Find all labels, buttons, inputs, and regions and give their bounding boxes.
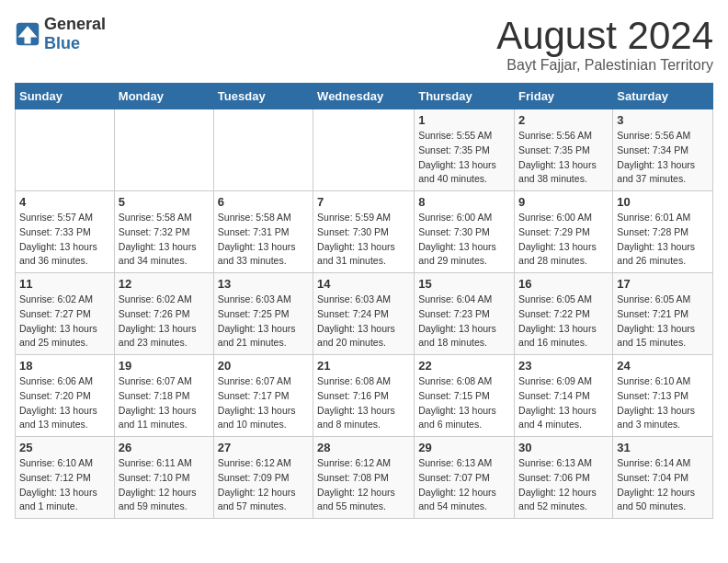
calendar-cell xyxy=(16,109,115,191)
day-info: Sunrise: 6:13 AM Sunset: 7:06 PM Dayligh… xyxy=(518,456,609,514)
column-header-thursday: Thursday xyxy=(415,84,515,109)
calendar-cell: 28Sunrise: 6:12 AM Sunset: 7:08 PM Dayli… xyxy=(313,437,415,519)
day-number: 11 xyxy=(19,277,110,291)
header: General Blue August 2024 Bayt Fajjar, Pa… xyxy=(15,15,713,74)
calendar-cell: 31Sunrise: 6:14 AM Sunset: 7:04 PM Dayli… xyxy=(613,437,713,519)
calendar-cell: 26Sunrise: 6:11 AM Sunset: 7:10 PM Dayli… xyxy=(114,437,213,519)
day-info: Sunrise: 6:06 AM Sunset: 7:20 PM Dayligh… xyxy=(19,374,110,432)
day-info: Sunrise: 6:12 AM Sunset: 7:09 PM Dayligh… xyxy=(218,456,309,514)
day-number: 30 xyxy=(518,441,609,454)
calendar-cell: 24Sunrise: 6:10 AM Sunset: 7:13 PM Dayli… xyxy=(613,355,713,437)
day-info: Sunrise: 6:02 AM Sunset: 7:27 PM Dayligh… xyxy=(19,293,110,350)
day-number: 10 xyxy=(617,195,709,209)
day-number: 18 xyxy=(19,359,110,373)
day-info: Sunrise: 6:01 AM Sunset: 7:28 PM Dayligh… xyxy=(617,211,709,269)
day-info: Sunrise: 6:02 AM Sunset: 7:26 PM Dayligh… xyxy=(119,293,210,350)
day-number: 19 xyxy=(119,359,210,373)
calendar-cell: 11Sunrise: 6:02 AM Sunset: 7:27 PM Dayli… xyxy=(16,273,115,355)
day-info: Sunrise: 6:07 AM Sunset: 7:18 PM Dayligh… xyxy=(119,374,210,432)
calendar-cell: 2Sunrise: 5:56 AM Sunset: 7:35 PM Daylig… xyxy=(515,109,613,191)
title-area: August 2024 Bayt Fajjar, Palestinian Ter… xyxy=(496,15,713,74)
day-number: 25 xyxy=(19,441,110,454)
column-header-friday: Friday xyxy=(515,84,613,109)
day-info: Sunrise: 6:05 AM Sunset: 7:21 PM Dayligh… xyxy=(617,293,709,350)
logo-text: General Blue xyxy=(44,15,106,53)
calendar-header-row: SundayMondayTuesdayWednesdayThursdayFrid… xyxy=(16,84,713,109)
day-number: 12 xyxy=(119,277,210,291)
calendar-cell: 17Sunrise: 6:05 AM Sunset: 7:21 PM Dayli… xyxy=(613,273,713,355)
day-info: Sunrise: 5:55 AM Sunset: 7:35 PM Dayligh… xyxy=(418,129,510,187)
day-number: 17 xyxy=(617,277,709,291)
day-number: 4 xyxy=(19,195,110,209)
column-header-monday: Monday xyxy=(114,84,213,109)
day-number: 14 xyxy=(317,277,410,291)
calendar-cell: 20Sunrise: 6:07 AM Sunset: 7:17 PM Dayli… xyxy=(213,355,313,437)
day-info: Sunrise: 6:10 AM Sunset: 7:12 PM Dayligh… xyxy=(19,456,110,514)
logo-general: General xyxy=(44,15,106,33)
calendar-cell: 18Sunrise: 6:06 AM Sunset: 7:20 PM Dayli… xyxy=(16,355,115,437)
calendar-cell: 23Sunrise: 6:09 AM Sunset: 7:14 PM Dayli… xyxy=(515,355,613,437)
calendar-cell: 19Sunrise: 6:07 AM Sunset: 7:18 PM Dayli… xyxy=(114,355,213,437)
calendar-cell: 6Sunrise: 5:58 AM Sunset: 7:31 PM Daylig… xyxy=(213,191,313,273)
calendar-cell xyxy=(114,109,213,191)
day-number: 24 xyxy=(617,359,709,373)
day-info: Sunrise: 6:12 AM Sunset: 7:08 PM Dayligh… xyxy=(317,456,410,514)
day-number: 3 xyxy=(617,113,709,127)
calendar-week-row: 18Sunrise: 6:06 AM Sunset: 7:20 PM Dayli… xyxy=(16,355,713,437)
column-header-saturday: Saturday xyxy=(613,84,713,109)
day-info: Sunrise: 5:58 AM Sunset: 7:31 PM Dayligh… xyxy=(218,211,309,269)
day-info: Sunrise: 6:09 AM Sunset: 7:14 PM Dayligh… xyxy=(518,374,609,432)
day-info: Sunrise: 6:05 AM Sunset: 7:22 PM Dayligh… xyxy=(518,293,609,350)
calendar-week-row: 11Sunrise: 6:02 AM Sunset: 7:27 PM Dayli… xyxy=(16,273,713,355)
day-info: Sunrise: 5:59 AM Sunset: 7:30 PM Dayligh… xyxy=(317,211,410,269)
calendar-cell: 27Sunrise: 6:12 AM Sunset: 7:09 PM Dayli… xyxy=(213,437,313,519)
subtitle: Bayt Fajjar, Palestinian Territory xyxy=(496,57,713,74)
day-number: 26 xyxy=(119,441,210,454)
day-number: 6 xyxy=(218,195,309,209)
main-title: August 2024 xyxy=(496,15,713,57)
day-number: 28 xyxy=(317,441,410,454)
calendar-cell: 14Sunrise: 6:03 AM Sunset: 7:24 PM Dayli… xyxy=(313,273,415,355)
day-info: Sunrise: 6:13 AM Sunset: 7:07 PM Dayligh… xyxy=(418,456,510,514)
day-info: Sunrise: 5:58 AM Sunset: 7:32 PM Dayligh… xyxy=(119,211,210,269)
day-info: Sunrise: 5:56 AM Sunset: 7:34 PM Dayligh… xyxy=(617,129,709,187)
calendar-cell: 25Sunrise: 6:10 AM Sunset: 7:12 PM Dayli… xyxy=(16,437,115,519)
day-info: Sunrise: 6:07 AM Sunset: 7:17 PM Dayligh… xyxy=(218,374,309,432)
calendar-cell: 22Sunrise: 6:08 AM Sunset: 7:15 PM Dayli… xyxy=(415,355,515,437)
day-number: 22 xyxy=(418,359,510,373)
day-number: 5 xyxy=(119,195,210,209)
calendar-body: 1Sunrise: 5:55 AM Sunset: 7:35 PM Daylig… xyxy=(16,109,713,519)
column-header-tuesday: Tuesday xyxy=(213,84,313,109)
day-number: 20 xyxy=(218,359,309,373)
day-info: Sunrise: 6:00 AM Sunset: 7:29 PM Dayligh… xyxy=(518,211,609,269)
calendar-cell: 16Sunrise: 6:05 AM Sunset: 7:22 PM Dayli… xyxy=(515,273,613,355)
calendar-cell: 1Sunrise: 5:55 AM Sunset: 7:35 PM Daylig… xyxy=(415,109,515,191)
logo-icon xyxy=(15,21,40,47)
calendar-cell xyxy=(213,109,313,191)
calendar-week-row: 25Sunrise: 6:10 AM Sunset: 7:12 PM Dayli… xyxy=(16,437,713,519)
logo-blue: Blue xyxy=(44,34,80,52)
calendar-week-row: 4Sunrise: 5:57 AM Sunset: 7:33 PM Daylig… xyxy=(16,191,713,273)
calendar-cell: 15Sunrise: 6:04 AM Sunset: 7:23 PM Dayli… xyxy=(415,273,515,355)
calendar-cell: 9Sunrise: 6:00 AM Sunset: 7:29 PM Daylig… xyxy=(515,191,613,273)
day-info: Sunrise: 6:03 AM Sunset: 7:25 PM Dayligh… xyxy=(218,293,309,350)
day-info: Sunrise: 6:08 AM Sunset: 7:16 PM Dayligh… xyxy=(317,374,410,432)
calendar-table: SundayMondayTuesdayWednesdayThursdayFrid… xyxy=(15,83,713,519)
calendar-cell: 10Sunrise: 6:01 AM Sunset: 7:28 PM Dayli… xyxy=(613,191,713,273)
day-number: 16 xyxy=(518,277,609,291)
day-info: Sunrise: 6:14 AM Sunset: 7:04 PM Dayligh… xyxy=(617,456,709,514)
calendar-cell: 29Sunrise: 6:13 AM Sunset: 7:07 PM Dayli… xyxy=(415,437,515,519)
day-info: Sunrise: 6:00 AM Sunset: 7:30 PM Dayligh… xyxy=(418,211,510,269)
calendar-cell: 8Sunrise: 6:00 AM Sunset: 7:30 PM Daylig… xyxy=(415,191,515,273)
day-number: 21 xyxy=(317,359,410,373)
day-number: 9 xyxy=(518,195,609,209)
day-info: Sunrise: 6:03 AM Sunset: 7:24 PM Dayligh… xyxy=(317,293,410,350)
day-info: Sunrise: 6:04 AM Sunset: 7:23 PM Dayligh… xyxy=(418,293,510,350)
day-number: 27 xyxy=(218,441,309,454)
day-number: 23 xyxy=(518,359,609,373)
logo: General Blue xyxy=(15,15,106,53)
day-number: 2 xyxy=(518,113,609,127)
calendar-cell: 5Sunrise: 5:58 AM Sunset: 7:32 PM Daylig… xyxy=(114,191,213,273)
day-info: Sunrise: 5:57 AM Sunset: 7:33 PM Dayligh… xyxy=(19,211,110,269)
calendar-cell xyxy=(313,109,415,191)
